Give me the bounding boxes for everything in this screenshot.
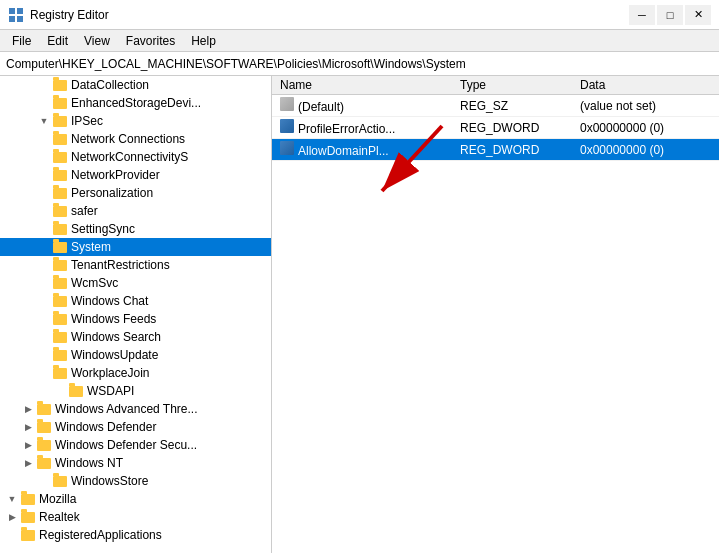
folder-icon-ipsec [52,114,68,128]
tree-item-workplacejoin[interactable]: WorkplaceJoin [0,364,271,382]
tree-item-wsdapi[interactable]: WSDAPI [0,382,271,400]
menu-item-view[interactable]: View [76,32,118,50]
address-bar: Computer\HKEY_LOCAL_MACHINE\SOFTWARE\Pol… [0,52,719,76]
folder-icon-windowsupdate [52,348,68,362]
table-row[interactable]: AllowDomainPl...REG_DWORD0x00000000 (0) [272,139,719,161]
tree-item-windowsdefender[interactable]: ▶Windows Defender [0,418,271,436]
window-title: Registry Editor [30,8,109,22]
tree-label-wsdapi: WSDAPI [87,384,134,398]
svg-rect-3 [17,16,23,22]
cell-type-2: REG_DWORD [452,139,572,161]
tree-item-windowsstore[interactable]: WindowsStore [0,472,271,490]
tree-label-windowsdefender: Windows Defender [55,420,156,434]
cell-name-0: (Default) [272,95,452,117]
menu-item-help[interactable]: Help [183,32,224,50]
tree-label-personalization: Personalization [71,186,153,200]
folder-icon-windowsadvanced [36,402,52,416]
tree-item-safer[interactable]: safer [0,202,271,220]
folder-icon-realtek [20,510,36,524]
svg-rect-0 [9,8,15,14]
tree-label-windowschat: Windows Chat [71,294,148,308]
table-row[interactable]: (Default)REG_SZ(value not set) [272,95,719,117]
menu-item-file[interactable]: File [4,32,39,50]
tree-label-ipsec: IPSec [71,114,103,128]
tree-item-networkconnectivitys[interactable]: NetworkConnectivityS [0,148,271,166]
tree-label-networkconnectivitys: NetworkConnectivityS [71,150,188,164]
tree-label-workplacejoin: WorkplaceJoin [71,366,149,380]
tree-item-system[interactable]: System [0,238,271,256]
tree-item-settingsync[interactable]: SettingSync [0,220,271,238]
tree-item-datacollection[interactable]: DataCollection [0,76,271,94]
tree-item-windowssearch[interactable]: Windows Search [0,328,271,346]
tree-item-wcmsvc[interactable]: WcmSvc [0,274,271,292]
window-controls: ─ □ ✕ [629,5,711,25]
menu-item-edit[interactable]: Edit [39,32,76,50]
expand-icon-windowsdefendersecur: ▶ [20,440,36,450]
cell-data-2: 0x00000000 (0) [572,139,719,161]
expand-icon-mozilla: ▼ [4,494,20,504]
table-row[interactable]: ProfileErrorActio...REG_DWORD0x00000000 … [272,117,719,139]
folder-icon-registeredapplications [20,528,36,542]
col-type: Type [452,76,572,95]
expand-icon-windowsdefender: ▶ [20,422,36,432]
tree-panel[interactable]: DataCollectionEnhancedStorageDevi...▼IPS… [0,76,272,553]
tree-label-wcmsvc: WcmSvc [71,276,118,290]
maximize-button[interactable]: □ [657,5,683,25]
folder-icon-workplacejoin [52,366,68,380]
dword-icon [280,141,294,155]
folder-icon-networkconnections [52,132,68,146]
close-button[interactable]: ✕ [685,5,711,25]
folder-icon-wcmsvc [52,276,68,290]
tree-label-safer: safer [71,204,98,218]
tree-label-enhancedstorage: EnhancedStorageDevi... [71,96,201,110]
folder-icon-windowsfeeds [52,312,68,326]
folder-icon-windowsdefender [36,420,52,434]
tree-item-windowsupdate[interactable]: WindowsUpdate [0,346,271,364]
tree-item-networkconnections[interactable]: Network Connections [0,130,271,148]
expand-icon-realtek: ▶ [4,512,20,522]
tree-label-system: System [71,240,111,254]
tree-label-networkprovider: NetworkProvider [71,168,160,182]
tree-label-windowsdefendersecur: Windows Defender Secu... [55,438,197,452]
folder-icon-windowsnt [36,456,52,470]
folder-icon-personalization [52,186,68,200]
folder-icon-datacollection [52,78,68,92]
expand-icon-windowsadvanced: ▶ [20,404,36,414]
tree-label-datacollection: DataCollection [71,78,149,92]
expand-icon-ipsec: ▼ [36,116,52,126]
folder-icon-system [52,240,68,254]
tree-item-enhancedstorage[interactable]: EnhancedStorageDevi... [0,94,271,112]
tree-item-networkprovider[interactable]: NetworkProvider [0,166,271,184]
data-panel[interactable]: Name Type Data (Default)REG_SZ(value not… [272,76,719,553]
tree-label-windowssearch: Windows Search [71,330,161,344]
cell-data-1: 0x00000000 (0) [572,117,719,139]
minimize-button[interactable]: ─ [629,5,655,25]
tree-item-ipsec[interactable]: ▼IPSec [0,112,271,130]
tree-label-registeredapplications: RegisteredApplications [39,528,162,542]
tree-label-tenantrestrictions: TenantRestrictions [71,258,170,272]
folder-icon-settingsync [52,222,68,236]
tree-item-tenantrestrictions[interactable]: TenantRestrictions [0,256,271,274]
tree-item-windowsdefendersecur[interactable]: ▶Windows Defender Secu... [0,436,271,454]
tree-item-registeredapplications[interactable]: RegisteredApplications [0,526,271,544]
folder-icon-networkprovider [52,168,68,182]
svg-rect-1 [17,8,23,14]
tree-label-windowsfeeds: Windows Feeds [71,312,156,326]
folder-icon-enhancedstorage [52,96,68,110]
tree-item-windowsnt[interactable]: ▶Windows NT [0,454,271,472]
default-value-icon [280,97,294,111]
col-name: Name [272,76,452,95]
tree-item-mozilla[interactable]: ▼Mozilla [0,490,271,508]
menu-item-favorites[interactable]: Favorites [118,32,183,50]
tree-label-windowsadvanced: Windows Advanced Thre... [55,402,198,416]
tree-item-windowschat[interactable]: Windows Chat [0,292,271,310]
registry-table: Name Type Data (Default)REG_SZ(value not… [272,76,719,161]
folder-icon-windowschat [52,294,68,308]
tree-item-windowsadvanced[interactable]: ▶Windows Advanced Thre... [0,400,271,418]
tree-label-networkconnections: Network Connections [71,132,185,146]
tree-label-windowsupdate: WindowsUpdate [71,348,158,362]
tree-item-windowsfeeds[interactable]: Windows Feeds [0,310,271,328]
tree-item-personalization[interactable]: Personalization [0,184,271,202]
tree-item-realtek[interactable]: ▶Realtek [0,508,271,526]
cell-name-1: ProfileErrorActio... [272,117,452,139]
